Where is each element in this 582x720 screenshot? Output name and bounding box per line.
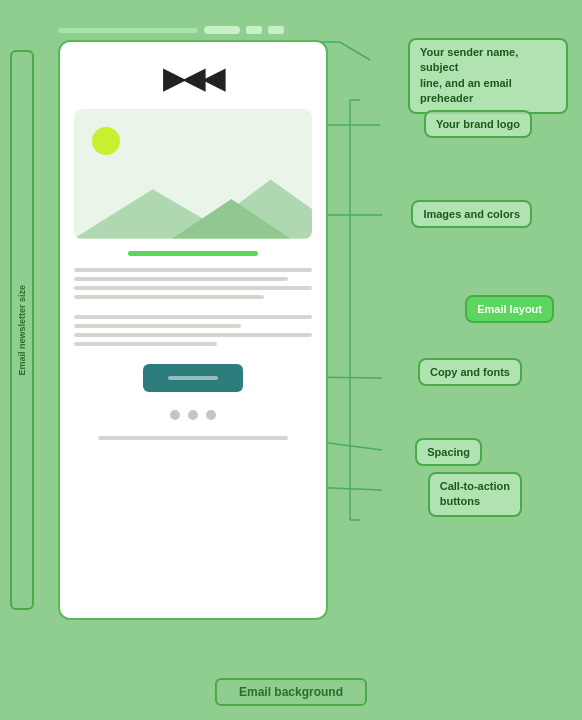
header-pill [204,26,240,34]
cta-button-line [168,376,218,380]
newsletter-size-container: Email newsletter size [10,40,34,620]
image-sun [92,127,120,155]
cta-buttons-callout: Call-to-action buttons [428,472,522,517]
text-line [74,268,312,272]
text-line [74,342,217,346]
brand-logo-callout: Your brand logo [424,110,532,138]
spacing-callout: Spacing [415,438,482,466]
newsletter-size-box: Email newsletter size [10,50,34,610]
email-inner: ▶◀◀ [60,42,326,618]
logo-area: ▶◀◀ [74,52,312,101]
main-container: ▶◀◀ [0,0,582,720]
image-mountains [74,169,312,239]
brand-logo: ▶◀◀ [163,62,223,95]
header-bar [58,20,328,40]
footer-line [98,436,288,440]
cta-buttons-label: Call-to-action buttons [440,480,510,507]
newsletter-size-label: Email newsletter size [17,285,27,376]
cta-button[interactable] [143,364,243,392]
text-line [74,333,312,337]
spacing-label: Spacing [427,446,470,458]
email-layout-label: Email layout [477,303,542,315]
text-line [74,324,241,328]
heading-line [128,251,259,256]
cta-button-area [74,358,312,398]
images-colors-callout: Images and colors [411,200,532,228]
text-lines-group-2 [74,311,312,350]
text-line [74,315,312,319]
sender-info-label: Your sender name, subject line, and an e… [420,46,518,104]
email-card: ▶◀◀ [58,40,328,620]
images-colors-label: Images and colors [423,208,520,220]
dot-3 [206,410,216,420]
text-line [74,295,264,299]
header-line [58,28,198,33]
text-line [74,277,288,281]
copy-fonts-label: Copy and fonts [430,366,510,378]
brand-logo-label: Your brand logo [436,118,520,130]
header-square [246,26,262,34]
sender-info-callout: Your sender name, subject line, and an e… [408,38,568,114]
pagination-dots [74,406,312,424]
email-background-label: Email background [215,678,367,706]
text-line [74,286,312,290]
header-square2 [268,26,284,34]
dot-1 [170,410,180,420]
image-placeholder [74,109,312,239]
email-layout-callout: Email layout [465,295,554,323]
copy-fonts-callout: Copy and fonts [418,358,522,386]
email-bg-text: Email background [239,685,343,699]
dot-2 [188,410,198,420]
text-lines-group-1 [74,264,312,303]
